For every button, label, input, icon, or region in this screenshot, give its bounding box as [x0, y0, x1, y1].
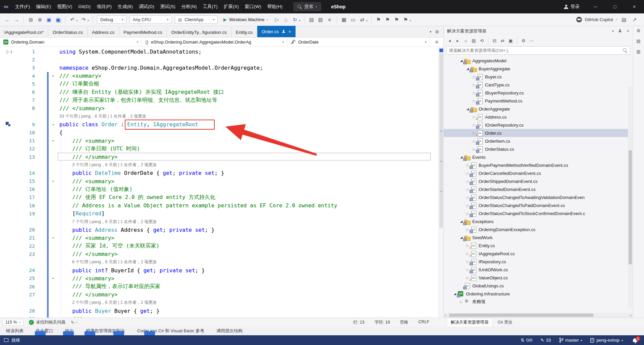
code-row[interactable]: 4▾/// <summary>: [0, 72, 438, 80]
restart-dropdown-icon[interactable]: [299, 19, 301, 22]
close-icon[interactable]: ×: [288, 29, 291, 34]
configuration-dropdown[interactable]: Debug: [97, 15, 126, 24]
document-tab[interactable]: IAggregateRoot.cs*: [0, 27, 48, 37]
sign-in-button[interactable]: 登录: [558, 0, 586, 13]
more-options-icon[interactable]: [528, 37, 535, 45]
tree-item[interactable]: ▷CardType.cs: [444, 81, 633, 89]
redo-icon[interactable]: [79, 15, 88, 24]
close-button[interactable]: [625, 0, 644, 13]
next-bookmark-icon[interactable]: [393, 15, 401, 24]
scroll-right-icon[interactable]: [630, 314, 632, 317]
save-icon[interactable]: [45, 15, 53, 24]
document-tab[interactable]: PaymentMethod.cs: [119, 27, 167, 37]
code-row[interactable]: {⋯}1using System.ComponentModel.DataAnno…: [0, 48, 438, 56]
codelens-row[interactable]: 8 个引用 | peng，6 天前 | 1 名作者，2 项更改: [0, 258, 438, 266]
code-row[interactable]: 10{: [0, 129, 438, 137]
pin-icon[interactable]: [282, 30, 285, 33]
tree-item[interactable]: ◢OrderAggregate: [444, 105, 633, 113]
line-view-icon[interactable]: [326, 15, 334, 24]
line-indicator[interactable]: 行: 13: [353, 320, 364, 325]
codelens-row[interactable]: 2 个引用 | peng，6 天前 | 1 名作者，2 项更改: [0, 299, 438, 307]
document-tab[interactable]: Order.cs×: [257, 26, 296, 37]
split-window-icon[interactable]: [435, 29, 439, 34]
code-row[interactable]: 15▾ /// <summary>: [0, 177, 438, 185]
tree-item[interactable]: ▷OrderStatusChangedToStockConfirmedDomai…: [444, 209, 633, 217]
code-row[interactable]: 21▾ /// <summary>: [0, 234, 438, 242]
code-cleanup-button[interactable]: [71, 320, 77, 325]
scrollbar-thumb[interactable]: [439, 54, 443, 228]
code-row[interactable]: 29 /// <summary>: [0, 315, 438, 318]
scrollbar-thumb[interactable]: [449, 314, 593, 317]
tree-item[interactable]: ▷✓Address.cs: [444, 113, 633, 121]
code-row[interactable]: 14 public DateTime OrderDate { get; priv…: [0, 169, 438, 177]
code-row[interactable]: 23 /// </summary>: [0, 250, 438, 258]
open-file-icon[interactable]: [620, 15, 628, 24]
tree-item[interactable]: ◢BuyerAggregate: [444, 65, 633, 73]
menu-item[interactable]: 窗口(W): [242, 0, 264, 13]
menu-item[interactable]: Git(G): [75, 0, 94, 13]
clear-bookmarks-icon[interactable]: [402, 15, 410, 24]
code-row[interactable]: 12 /// 订单日期 (UTC 时间): [0, 145, 438, 153]
line-ending-indicator[interactable]: CRLF: [418, 320, 429, 325]
forward-icon[interactable]: [454, 37, 462, 45]
code-row[interactable]: 24 public int? BuyerId { get; private se…: [0, 266, 438, 274]
tree-item[interactable]: ◢SeedWork: [444, 233, 633, 242]
menu-item[interactable]: 测试(S): [157, 0, 178, 13]
close-icon[interactable]: [627, 28, 629, 33]
fold-caret[interactable]: ▾: [50, 72, 56, 80]
code-row[interactable]: 18 // Address is a Value Object pattern …: [0, 202, 438, 210]
tree-item[interactable]: ▷OrderCancelledDomainEvent.cs: [444, 169, 633, 177]
fold-caret[interactable]: ▾: [50, 274, 56, 282]
code-row[interactable]: 19 [Required]: [0, 210, 438, 218]
tree-item[interactable]: ◢Events: [444, 153, 633, 161]
back-icon[interactable]: [446, 37, 453, 45]
code-row[interactable]: 9▾public class Order : Entity, IAggregat…: [0, 121, 438, 129]
tree-item[interactable]: ▷IRepository.cs: [444, 258, 633, 266]
codelens-row[interactable]: 33 个引用 | peng，6 天前 | 1 名作者，2 项更改: [0, 113, 438, 121]
tree-item[interactable]: ▷✓Order.cs: [444, 129, 633, 137]
git-sync-status[interactable]: 0/0: [521, 338, 532, 343]
sync-with-active-document-icon[interactable]: [499, 37, 506, 45]
code-row[interactable]: 11▾ /// <summary>: [0, 137, 438, 145]
menu-item[interactable]: 帮助(H): [264, 0, 285, 13]
tree-item[interactable]: GlobalUsings.cs: [444, 282, 633, 290]
tab-git-changes[interactable]: Git 更改: [494, 318, 516, 327]
pin-icon[interactable]: [618, 29, 622, 33]
tree-item[interactable]: ▷OrderStartedDomainEvent.cs: [444, 185, 633, 193]
menu-item[interactable]: 生成(B): [115, 0, 136, 13]
document-tab[interactable]: Entity.cs: [231, 27, 257, 37]
pending-changes[interactable]: 33: [540, 338, 551, 343]
tree-item[interactable]: ▷IBuyerRepository.cs: [444, 89, 633, 97]
start-debugging-button[interactable]: Windows Machine: [220, 15, 271, 24]
menu-item[interactable]: 编辑(E): [33, 0, 54, 13]
save-all-icon[interactable]: [54, 15, 62, 24]
collapsed-tool-window-icon[interactable]: [636, 49, 640, 54]
more-tools-dropdown-icon[interactable]: [366, 19, 368, 22]
type-dropdown[interactable]: {} eShop.Ordering.Domain.AggregatesModel…: [142, 38, 287, 47]
find-in-files-icon[interactable]: [308, 15, 316, 24]
document-list-chevron-icon[interactable]: [430, 30, 431, 33]
add-item-icon[interactable]: [36, 15, 44, 24]
fold-caret[interactable]: ▾: [50, 137, 56, 145]
editor-scrollbar[interactable]: [438, 47, 443, 318]
menu-item[interactable]: 分析(N): [178, 0, 200, 13]
member-dropdown[interactable]: OrderDate: [287, 38, 430, 47]
zoom-dropdown[interactable]: 115 %: [3, 319, 23, 326]
tree-item[interactable]: ▷BuyerPaymentMethodVerifiedDomainEvent.c…: [444, 161, 633, 169]
redo-dropdown-icon[interactable]: [88, 19, 89, 22]
notifications-bell[interactable]: 1: [633, 338, 637, 342]
undo-dropdown-icon[interactable]: [76, 19, 78, 22]
menu-item[interactable]: 项目(P): [94, 0, 115, 13]
tree-item[interactable]: ▷✓Entity.cs: [444, 242, 633, 250]
refresh-icon[interactable]: [478, 37, 486, 45]
tab-solution-explorer[interactable]: 解决方案资源管理器: [447, 318, 493, 327]
scroll-left-icon[interactable]: [445, 314, 446, 317]
tree-item[interactable]: ▷OrderStatusChangedToPaidDomainEvent.cs: [444, 201, 633, 209]
menu-item[interactable]: 文件(F): [12, 0, 33, 13]
tree-item[interactable]: ▷PaymentMethod.cs: [444, 97, 633, 105]
minimize-button[interactable]: [586, 0, 605, 13]
tree-item[interactable]: ▷IOrderRepository.cs: [444, 121, 633, 129]
code-row[interactable]: 7/// 用于表示买家订单，包含订单明细、支付信息、状态和地址等: [0, 96, 438, 104]
code-row[interactable]: 17 /// 使用 EF Core 2.0 的 owned entity 方式持…: [0, 193, 438, 201]
switch-views-icon[interactable]: [470, 37, 478, 45]
